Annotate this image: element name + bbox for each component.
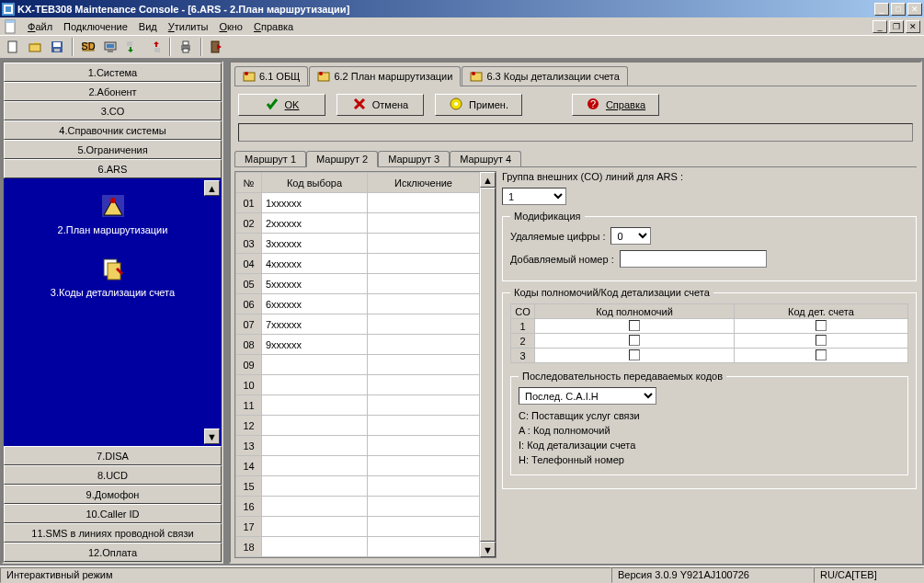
col-auth[interactable]: Код полномочий <box>535 304 735 319</box>
sidebar-item-co[interactable]: 3.CO <box>4 101 222 120</box>
help-button[interactable]: ?Справка <box>572 94 659 116</box>
tool-save-icon[interactable] <box>48 38 66 56</box>
co-row[interactable]: 1 <box>511 319 535 334</box>
row-no[interactable]: 09 <box>236 355 262 375</box>
sidebar-sub-route-plan[interactable]: 2.План маршрутизации <box>7 182 218 245</box>
sel-cell[interactable]: 3xxxxxx <box>262 234 368 254</box>
del-digits-select[interactable]: 0 <box>610 227 651 245</box>
menu-view[interactable]: Вид <box>133 19 163 34</box>
mdi-minimize-button[interactable]: _ <box>873 20 887 33</box>
tool-new-icon[interactable] <box>4 38 22 56</box>
auth-checkbox[interactable] <box>629 349 640 360</box>
row-no[interactable]: 18 <box>236 537 262 557</box>
row-no[interactable]: 08 <box>236 335 262 355</box>
exc-cell[interactable] <box>368 294 480 314</box>
exc-cell[interactable] <box>368 456 480 476</box>
col-sel[interactable]: Код выбора <box>262 173 368 193</box>
exc-cell[interactable] <box>368 416 480 436</box>
sel-cell[interactable]: 2xxxxxx <box>262 213 368 234</box>
tool-connect-pc-icon[interactable] <box>101 38 120 56</box>
sidebar-item-payment[interactable]: 12.Оплата <box>4 543 222 562</box>
sidebar-item-disa[interactable]: 7.DISA <box>4 446 222 465</box>
row-no[interactable]: 11 <box>236 395 262 416</box>
col-det[interactable]: Код дет. счета <box>734 304 907 319</box>
scroll-up-button[interactable]: ▲ <box>204 180 220 196</box>
mdi-restore-button[interactable]: ❐ <box>889 20 904 33</box>
menu-help[interactable]: Справка <box>248 19 299 34</box>
row-no[interactable]: 02 <box>236 213 262 234</box>
row-no[interactable]: 17 <box>236 517 262 537</box>
tool-print-icon[interactable] <box>177 38 195 56</box>
tab-route-plan[interactable]: 6.2 План маршрутизации <box>309 66 461 86</box>
route-tab-3[interactable]: Маршрут 3 <box>378 151 450 166</box>
row-no[interactable]: 13 <box>236 436 262 456</box>
auth-checkbox[interactable] <box>629 335 640 346</box>
tab-general[interactable]: 6.1 ОБЩ <box>234 66 308 86</box>
det-checkbox[interactable] <box>816 320 827 331</box>
table-row[interactable]: 066xxxxxx <box>236 294 480 314</box>
scroll-down-button[interactable]: ▼ <box>204 429 220 444</box>
row-no[interactable]: 04 <box>236 254 262 274</box>
exc-cell[interactable] <box>368 395 480 416</box>
sel-cell[interactable]: 9xxxxxx <box>262 335 368 355</box>
sidebar-item-ucd[interactable]: 8.UCD <box>4 465 222 485</box>
exc-cell[interactable] <box>368 314 480 335</box>
exc-cell[interactable] <box>368 274 480 294</box>
table-row[interactable]: 17 <box>236 517 480 537</box>
auth-checkbox[interactable] <box>629 320 640 331</box>
codes-table[interactable]: CO Код полномочий Код дет. счета 1 2 3 <box>510 303 908 363</box>
table-row[interactable]: 011xxxxxx <box>236 193 480 213</box>
exc-cell[interactable] <box>368 335 480 355</box>
grid-scrollbar[interactable]: ▲ ▼ <box>480 172 496 557</box>
table-row[interactable]: 16 <box>236 497 480 517</box>
exc-cell[interactable] <box>368 375 480 395</box>
table-row[interactable]: 12 <box>236 416 480 436</box>
table-row[interactable]: 077xxxxxx <box>236 314 480 335</box>
sidebar-item-system[interactable]: 1.Система <box>4 63 222 82</box>
col-no[interactable]: № <box>236 173 262 193</box>
apply-button[interactable]: Примен. <box>435 94 522 116</box>
table-row[interactable]: 18 <box>236 537 480 557</box>
sel-cell[interactable] <box>262 395 368 416</box>
sidebar-item-doorphone[interactable]: 9.Домофон <box>4 485 222 504</box>
exc-cell[interactable] <box>368 497 480 517</box>
table-row[interactable]: 15 <box>236 476 480 497</box>
sel-cell[interactable] <box>262 416 368 436</box>
sel-cell[interactable] <box>262 355 368 375</box>
row-no[interactable]: 10 <box>236 375 262 395</box>
table-row[interactable]: 089xxxxxx <box>236 335 480 355</box>
scroll-up-icon[interactable]: ▲ <box>480 172 496 188</box>
tool-connect-sd-icon[interactable]: SD <box>79 38 97 56</box>
sequence-select[interactable]: Послед. C.A.I.H <box>519 387 656 405</box>
exc-cell[interactable] <box>368 537 480 557</box>
row-no[interactable]: 07 <box>236 314 262 335</box>
sel-cell[interactable] <box>262 537 368 557</box>
sel-cell[interactable] <box>262 436 368 456</box>
sel-cell[interactable]: 7xxxxxx <box>262 314 368 335</box>
row-no[interactable]: 14 <box>236 456 262 476</box>
row-no[interactable]: 03 <box>236 234 262 254</box>
group-select[interactable]: 1 <box>502 188 566 205</box>
table-row[interactable]: 13 <box>236 436 480 456</box>
mdi-close-button[interactable]: ✕ <box>906 20 920 33</box>
sidebar-item-subscriber[interactable]: 2.Абонент <box>4 82 222 101</box>
exc-cell[interactable] <box>368 254 480 274</box>
table-row[interactable]: 055xxxxxx <box>236 274 480 294</box>
close-button[interactable]: ✕ <box>907 3 922 16</box>
sel-cell[interactable]: 1xxxxxx <box>262 193 368 213</box>
exc-cell[interactable] <box>368 193 480 213</box>
sel-cell[interactable]: 5xxxxxx <box>262 274 368 294</box>
tool-transfer-up-icon[interactable] <box>145 38 164 56</box>
sidebar-item-directory[interactable]: 4.Справочник системы <box>4 120 222 140</box>
co-row[interactable]: 2 <box>511 334 535 349</box>
sel-cell[interactable]: 4xxxxxx <box>262 254 368 274</box>
sidebar-item-callerid[interactable]: 10.Caller ID <box>4 504 222 523</box>
menu-connection[interactable]: Подключение <box>58 19 133 34</box>
route-tab-4[interactable]: Маршрут 4 <box>450 151 521 166</box>
row-no[interactable]: 16 <box>236 497 262 517</box>
cancel-button[interactable]: Отмена <box>337 94 424 116</box>
table-row[interactable]: 044xxxxxx <box>236 254 480 274</box>
tool-exit-icon[interactable] <box>208 38 226 56</box>
exc-cell[interactable] <box>368 436 480 456</box>
row-no[interactable]: 06 <box>236 294 262 314</box>
